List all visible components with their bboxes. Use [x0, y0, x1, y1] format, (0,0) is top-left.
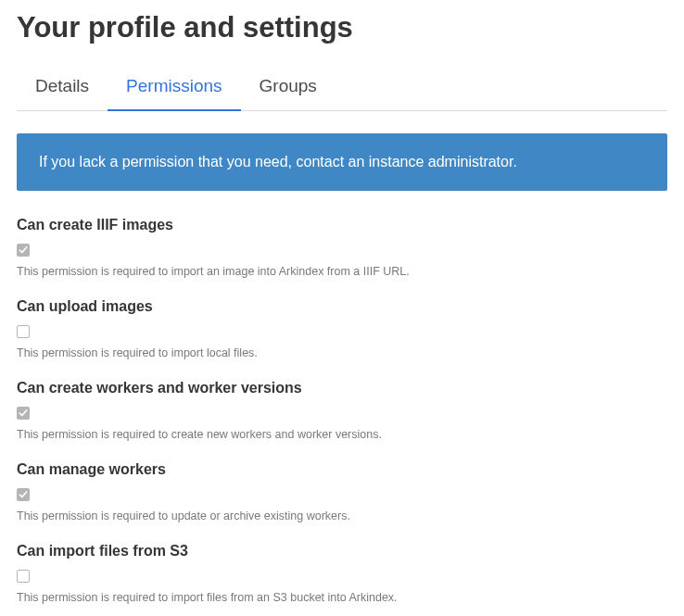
permission-title: Can create IIIF images — [17, 217, 667, 233]
permission-description: This permission is required to import lo… — [17, 346, 667, 359]
permission-description: This permission is required to import fi… — [17, 591, 667, 604]
permission-title: Can upload images — [17, 298, 667, 315]
permission-checkbox[interactable] — [17, 570, 30, 583]
checkmark-icon — [19, 490, 28, 499]
info-banner: If you lack a permission that you need, … — [17, 133, 667, 191]
permission-checkbox[interactable] — [17, 488, 30, 501]
permission-title: Can create workers and worker versions — [17, 380, 667, 396]
tab-details[interactable]: Details — [17, 67, 108, 111]
permission-description: This permission is required to create ne… — [17, 428, 667, 441]
permission-item: Can upload images This permission is req… — [17, 298, 667, 359]
permission-checkbox[interactable] — [17, 244, 30, 257]
checkmark-icon — [19, 245, 28, 255]
permission-description: This permission is required to update or… — [17, 509, 667, 522]
permission-title: Can manage workers — [17, 461, 667, 478]
permission-item: Can create IIIF images This permission i… — [17, 217, 667, 278]
checkmark-icon — [19, 409, 28, 418]
permission-description: This permission is required to import an… — [17, 265, 667, 278]
permission-title: Can import files from S3 — [17, 543, 667, 559]
permission-checkbox[interactable] — [17, 407, 30, 420]
tabs: Details Permissions Groups — [17, 67, 667, 111]
permission-item: Can create workers and worker versions T… — [17, 380, 667, 441]
page-title: Your profile and settings — [17, 11, 667, 44]
permission-item: Can manage workers This permission is re… — [17, 461, 667, 522]
permission-checkbox[interactable] — [17, 325, 30, 338]
permission-item: Can import files from S3 This permission… — [17, 543, 667, 604]
tab-permissions[interactable]: Permissions — [108, 67, 240, 111]
tab-groups[interactable]: Groups — [241, 67, 336, 111]
